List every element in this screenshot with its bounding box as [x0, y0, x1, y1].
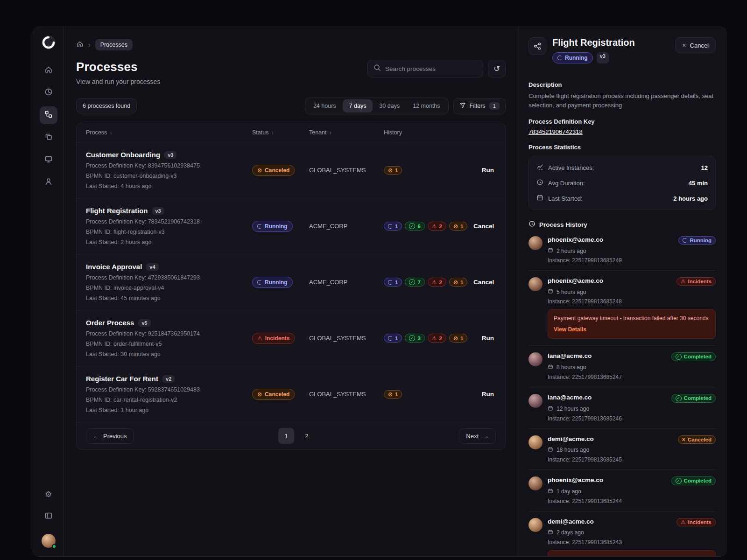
- sidebar-item-panels[interactable]: [40, 508, 57, 525]
- range-30-days[interactable]: 30 days: [373, 99, 406, 112]
- avatar: [529, 435, 543, 449]
- history-item: phoenix@acme.co ✓Completed 1 day ago Ins…: [529, 470, 716, 511]
- tenant-cell: ACME_CORP: [309, 223, 384, 230]
- history-badge-running: 1: [384, 278, 402, 287]
- sidebar-item-processes[interactable]: [40, 106, 57, 124]
- sidebar-item-settings[interactable]: ⚙: [40, 485, 57, 503]
- table-row[interactable]: Flight Registrationv3 Process Definition…: [77, 198, 505, 254]
- arrow-right-icon: →: [483, 433, 489, 440]
- canceled-icon: ⊘: [388, 168, 393, 173]
- calendar-icon: [548, 288, 553, 295]
- sort-desc-icon: ↓: [110, 130, 112, 135]
- canceled-icon: ⊘: [257, 392, 262, 397]
- running-icon: [388, 280, 393, 285]
- pie-chart-icon: [44, 88, 53, 98]
- history-badge-canceled: ⊘1: [384, 166, 402, 175]
- table-row[interactable]: Order Processv5 Process Definition Key: …: [77, 310, 505, 366]
- page-1-button[interactable]: 1: [278, 428, 294, 444]
- user-avatar[interactable]: [42, 534, 56, 548]
- last-started: Last Started: 4 hours ago: [86, 183, 252, 189]
- breadcrumb: › Processes: [76, 39, 506, 50]
- calendar-icon: [536, 194, 543, 203]
- workflow-icon: [44, 110, 53, 120]
- process-name: Invoice Approval: [86, 263, 142, 271]
- search-input[interactable]: [385, 65, 477, 72]
- range-24-hours[interactable]: 24 hours: [307, 99, 343, 112]
- page-title: Processes: [76, 60, 160, 74]
- check-circle-icon: ✓: [676, 395, 682, 401]
- range-12-months[interactable]: 12 months: [406, 99, 446, 112]
- bpmn-id: BPMN ID: customer-onboarding-v3: [86, 173, 252, 179]
- history-item: lana@acme.co ✓Completed 8 hours ago Inst…: [529, 346, 716, 387]
- history-status-badge: ⚠Incidents: [677, 277, 716, 286]
- sidebar-item-home[interactable]: [40, 62, 57, 79]
- detail-version-chip: v3: [597, 52, 609, 63]
- history-status-badge: Running: [678, 236, 716, 245]
- version-chip: v3: [152, 207, 164, 215]
- avatar: [529, 277, 543, 291]
- process-name: Order Process: [86, 319, 134, 327]
- calendar-icon: [548, 364, 553, 371]
- avatar: [529, 236, 543, 250]
- sidebar-item-monitor[interactable]: [40, 151, 57, 169]
- clock-icon: [529, 220, 536, 229]
- refresh-button[interactable]: ↺: [488, 60, 506, 77]
- column-header-tenant[interactable]: Tenant↕: [309, 129, 384, 136]
- warning-icon: ⚠: [432, 336, 437, 341]
- bpmn-id: BPMN ID: order-fulfillment-v5: [86, 341, 252, 347]
- avatar: [529, 476, 543, 490]
- sidebar-item-documents[interactable]: [40, 129, 57, 147]
- statistics-box: Active Instances: 12 Avg Duration: 45 mi…: [529, 156, 716, 210]
- next-button[interactable]: Next →: [459, 428, 496, 444]
- history-badge-completed: ✓7: [405, 278, 424, 287]
- bpmn-id: BPMN ID: invoice-approval-v4: [86, 285, 252, 291]
- incident-error-box: Seat selection service unavailable - ext…: [548, 550, 716, 556]
- run-button[interactable]: Run: [473, 335, 496, 342]
- definition-key-link[interactable]: 7834521906742318: [529, 128, 716, 135]
- sidebar-item-analytics[interactable]: [40, 84, 57, 102]
- process-history-label: Process History: [539, 221, 587, 228]
- instance-id: Instance: 2251799813685246: [548, 415, 716, 422]
- version-chip: v5: [138, 319, 150, 327]
- history-item: phoenix@acme.co Running 2 hours ago Inst…: [529, 230, 716, 271]
- column-header-process[interactable]: Process↓: [86, 129, 252, 136]
- funnel-icon: [459, 102, 466, 110]
- range-7-days[interactable]: 7 days: [343, 99, 373, 112]
- search-box: [367, 60, 483, 77]
- page-2-button[interactable]: 2: [299, 428, 315, 444]
- search-icon: [374, 64, 381, 73]
- history-user: phoenix@acme.co: [548, 236, 603, 243]
- status-badge: ⚠Incidents: [252, 333, 295, 344]
- tenant-cell: ACME_CORP: [309, 279, 384, 286]
- arrow-left-icon: ←: [93, 433, 99, 440]
- cancel-button[interactable]: Cancel: [473, 279, 496, 286]
- check-circle-icon: ✓: [409, 223, 415, 229]
- history-user: phoenix@acme.co: [548, 277, 603, 284]
- app-logo[interactable]: [41, 35, 56, 50]
- previous-button[interactable]: ← Previous: [86, 428, 134, 444]
- view-details-link[interactable]: View Details: [554, 326, 586, 334]
- breadcrumb-current[interactable]: Processes: [95, 39, 133, 50]
- table-row[interactable]: Invoice Approvalv4 Process Definition Ke…: [77, 254, 505, 310]
- chevron-right-icon: ›: [88, 41, 91, 49]
- history-user: lana@acme.co: [548, 352, 592, 359]
- table-row[interactable]: Customer Onboardingv3 Process Definition…: [77, 142, 505, 198]
- instance-id: Instance: 2251799813685244: [548, 498, 716, 504]
- warning-icon: ⚠: [432, 224, 437, 229]
- history-status-badge: ⚠Incidents: [677, 518, 716, 526]
- sidebar-item-users[interactable]: [40, 174, 57, 191]
- run-button[interactable]: Run: [473, 391, 496, 398]
- column-header-status[interactable]: Status↕: [252, 129, 309, 136]
- table-row[interactable]: Register Car For Rentv2 Process Definiti…: [77, 366, 505, 422]
- detail-cancel-button[interactable]: × Cancel: [675, 37, 716, 53]
- breadcrumb-home-icon[interactable]: [76, 40, 84, 49]
- pagination: ← Previous 1 2 Next →: [77, 422, 505, 449]
- detail-title: Flight Registration: [552, 37, 635, 48]
- page-title-block: Processes View and run your processes: [76, 60, 160, 85]
- clock-icon: [536, 179, 543, 187]
- run-button[interactable]: Run: [473, 167, 496, 174]
- filters-button[interactable]: Filters 1: [453, 98, 506, 114]
- history-status-badge: ✓Completed: [671, 394, 716, 403]
- layout-panel-icon: [44, 511, 53, 522]
- cancel-button[interactable]: Cancel: [473, 223, 496, 230]
